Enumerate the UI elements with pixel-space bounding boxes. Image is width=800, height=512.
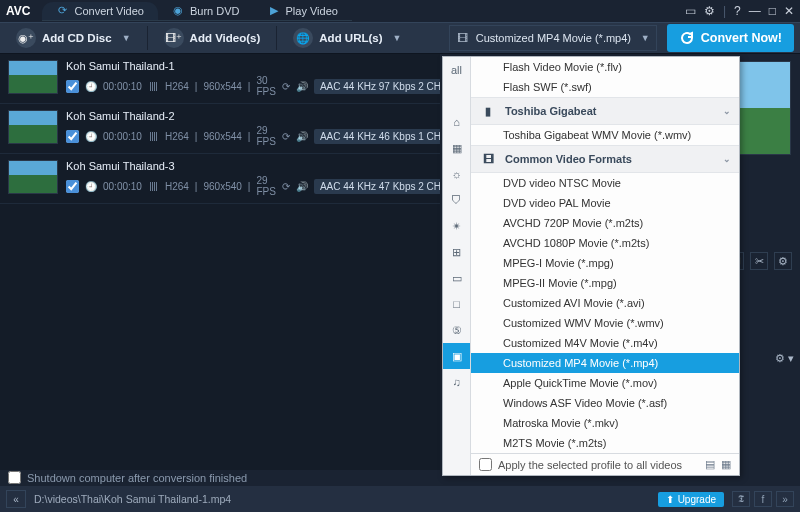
profile-option[interactable]: Flash SWF (*.swf)	[471, 77, 739, 97]
add-videos-button[interactable]: 🎞⁺Add Video(s)	[154, 24, 271, 52]
profile-option[interactable]: Customized WMV Movie (*.wmv)	[471, 313, 739, 333]
profile-option[interactable]: AVCHD 1080P Movie (*.m2ts)	[471, 233, 739, 253]
profile-option[interactable]: DVD video PAL Movie	[471, 193, 739, 213]
apply-all-checkbox[interactable]	[479, 458, 492, 471]
tab-label: Convert Video	[74, 5, 144, 17]
category-tab[interactable]: all	[443, 57, 470, 83]
category-tab[interactable]: ▣	[443, 343, 470, 369]
refresh-icon: ⟳	[56, 5, 68, 17]
profile-option[interactable]: Matroska Movie (*.mkv)	[471, 413, 739, 433]
convert-now-button[interactable]: Convert Now!	[667, 24, 794, 52]
chevron-down-icon: ▼	[635, 33, 656, 43]
app-logo: AVC	[6, 4, 30, 18]
category-tab[interactable]: ⛉	[443, 187, 470, 213]
speaker-icon: 🔊	[296, 131, 308, 142]
video-fps: 29 FPS	[256, 175, 275, 197]
profile-option[interactable]: MPEG-II Movie (*.mpg)	[471, 273, 739, 293]
video-title: Koh Samui Thailand-3	[66, 160, 432, 172]
maximize-button[interactable]: □	[769, 4, 776, 18]
category-tab[interactable]: ♫	[443, 369, 470, 395]
settings-icon[interactable]: ⚙	[704, 4, 715, 18]
video-codec: H264	[165, 131, 189, 142]
clock-icon: 🕘	[85, 131, 97, 142]
profile-group-header[interactable]: ▮Toshiba Gigabeat⌄	[471, 97, 739, 125]
profile-option[interactable]: AVCHD 720P Movie (*.m2ts)	[471, 213, 739, 233]
profile-option[interactable]: Apple QuickTime Movie (*.mov)	[471, 373, 739, 393]
category-tab[interactable]: ▦	[443, 135, 470, 161]
video-title: Koh Samui Thailand-2	[66, 110, 432, 122]
tab-burn-dvd[interactable]: ◉Burn DVD	[158, 2, 254, 21]
category-tab[interactable]: ✴	[443, 213, 470, 239]
manual-icon[interactable]: ▭	[685, 4, 696, 18]
group-label: Common Video Formats	[505, 153, 632, 165]
button-label: Add CD Disc	[42, 32, 112, 44]
save-profile-icon[interactable]: ▤	[705, 458, 715, 471]
profile-option[interactable]: M2TS Movie (*.m2ts)	[471, 433, 739, 453]
expand-icon: ⌄	[723, 154, 731, 164]
video-resolution: 960x544	[203, 81, 241, 92]
tab-label: Play Video	[286, 5, 338, 17]
minimize-button[interactable]: —	[749, 4, 761, 18]
chevron-down-icon: ▼	[393, 33, 402, 43]
disc-icon: ◉	[172, 5, 184, 17]
tab-convert-video[interactable]: ⟳Convert Video	[42, 2, 158, 21]
bars-icon	[150, 82, 157, 91]
upgrade-button[interactable]: ⬆ Upgrade	[658, 492, 724, 507]
profile-option[interactable]: Windows ASF Video Movie (*.asf)	[471, 393, 739, 413]
video-fps: 30 FPS	[256, 75, 275, 97]
profile-label: Customized MP4 Movie (*.mp4)	[476, 32, 635, 44]
refresh-icon[interactable]: ⟳	[282, 181, 290, 192]
video-checkbox[interactable]	[66, 80, 79, 93]
facebook-icon[interactable]: f	[754, 491, 772, 507]
audio-info[interactable]: AAC 44 KHz 46 Kbps 1 CH …	[314, 129, 440, 144]
profile-option[interactable]: MPEG-I Movie (*.mpg)	[471, 253, 739, 273]
prev-button[interactable]: «	[6, 490, 26, 508]
category-tab[interactable]: ⑤	[443, 317, 470, 343]
output-settings-icon[interactable]: ⚙ ▾	[775, 352, 794, 365]
help-icon[interactable]: ?	[734, 4, 741, 18]
profile-option[interactable]: Customized AVI Movie (*.avi)	[471, 293, 739, 313]
globe-plus-icon: 🌐	[293, 28, 313, 48]
video-checkbox[interactable]	[66, 130, 79, 143]
speaker-icon: 🔊	[296, 181, 308, 192]
scissors-icon[interactable]: ✂	[750, 252, 768, 270]
profile-option[interactable]: DVD video NTSC Movie	[471, 173, 739, 193]
profile-option[interactable]: Flash Video Movie (*.flv)	[471, 57, 739, 77]
profile-option[interactable]: Toshiba Gigabeat WMV Movie (*.wmv)	[471, 125, 739, 145]
category-tab[interactable]: ⌂	[443, 109, 470, 135]
close-button[interactable]: ✕	[784, 4, 794, 18]
video-item[interactable]: Koh Samui Thailand-1 🕘00:00:10 H264|960x…	[0, 54, 440, 104]
profile-option[interactable]: Customized MP4 Movie (*.mp4)	[471, 353, 739, 373]
audio-info[interactable]: AAC 44 KHz 97 Kbps 2 CH …	[314, 79, 440, 94]
video-checkbox[interactable]	[66, 180, 79, 193]
video-item[interactable]: Koh Samui Thailand-3 🕘00:00:10 H264|960x…	[0, 154, 440, 204]
profile-group-header[interactable]: 🎞Common Video Formats⌄	[471, 145, 739, 173]
add-cd-disc-button[interactable]: ◉⁺Add CD Disc▼	[6, 24, 141, 52]
video-fps: 29 FPS	[256, 125, 275, 147]
bars-icon	[150, 182, 157, 191]
category-tab[interactable]: □	[443, 291, 470, 317]
profile-option[interactable]: Customized M4V Movie (*.m4v)	[471, 333, 739, 353]
tab-play-video[interactable]: ▶Play Video	[254, 2, 352, 21]
twitter-icon[interactable]: 𝕿	[732, 491, 750, 507]
video-duration: 00:00:10	[103, 131, 142, 142]
settings-icon[interactable]: ⚙	[774, 252, 792, 270]
shutdown-checkbox[interactable]	[8, 471, 21, 484]
manage-profile-icon[interactable]: ▦	[721, 458, 731, 471]
expand-icon: ⌄	[723, 106, 731, 116]
film-plus-icon: 🎞⁺	[164, 28, 184, 48]
video-codec: H264	[165, 181, 189, 192]
category-tab[interactable]: ⊞	[443, 239, 470, 265]
category-tab[interactable]: ▭	[443, 265, 470, 291]
output-profile-selector[interactable]: 🎞 Customized MP4 Movie (*.mp4) ▼	[449, 25, 657, 51]
category-tab[interactable]: ☼	[443, 161, 470, 187]
video-resolution: 960x540	[203, 181, 241, 192]
audio-info[interactable]: AAC 44 KHz 47 Kbps 2 CH …	[314, 179, 440, 194]
video-thumbnail	[8, 60, 58, 94]
category-tab[interactable]	[443, 83, 470, 109]
refresh-icon[interactable]: ⟳	[282, 81, 290, 92]
add-urls-button[interactable]: 🌐Add URL(s)▼	[283, 24, 411, 52]
video-item[interactable]: Koh Samui Thailand-2 🕘00:00:10 H264|960x…	[0, 104, 440, 154]
next-button[interactable]: »	[776, 491, 794, 507]
refresh-icon[interactable]: ⟳	[282, 131, 290, 142]
